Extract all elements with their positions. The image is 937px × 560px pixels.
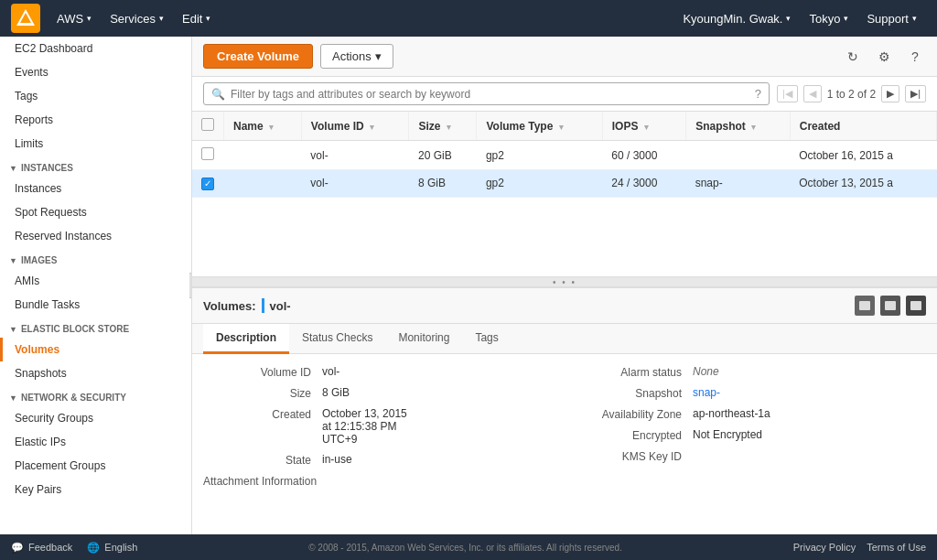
row2-snapshot: snap- [686, 170, 791, 198]
select-all-checkbox[interactable] [201, 118, 214, 131]
sidebar-item-events[interactable]: Events [0, 60, 191, 84]
sidebar-item-instances[interactable]: Instances [0, 177, 191, 200]
detail-alarm-row: Alarm status None [574, 365, 926, 379]
detail-view-2-button[interactable] [880, 296, 900, 316]
language-label: English [104, 542, 137, 553]
sidebar-item-spot-requests[interactable]: Spot Requests [0, 200, 191, 224]
sidebar-item-bundle-tasks[interactable]: Bundle Tasks [0, 293, 191, 317]
create-volume-button[interactable]: Create Volume [203, 44, 313, 69]
row2-size: 8 GiB [409, 170, 477, 198]
row2-iops: 24 / 3000 [602, 170, 685, 198]
row2-checkbox[interactable] [201, 178, 214, 190]
size-label: Size [203, 386, 322, 400]
footer: 💬 Feedback 🌐 English © 2008 - 2015, Amaz… [0, 534, 937, 560]
table-row[interactable]: vol- 20 GiB gp2 60 / 3000 October 16, 20… [192, 141, 937, 170]
col-name: Name ▾ [224, 112, 302, 141]
snapshot-value[interactable]: snap- [693, 386, 926, 399]
avail-zone-value: ap-northeast-1a [693, 407, 926, 420]
sidebar-item-elastic-ips[interactable]: Elastic IPs [0, 430, 191, 454]
sidebar-item-key-pairs[interactable]: Key Pairs [0, 478, 191, 501]
terms-of-use-link[interactable]: Terms of Use [867, 542, 926, 553]
top-navigation: AWS▾ Services▾ Edit▾ KyoungMin. Gwak.▾ T… [0, 0, 937, 37]
help-button[interactable]: ? [904, 46, 926, 68]
volume-id-value: vol- [322, 365, 555, 378]
row2-type: gp2 [477, 170, 602, 198]
toolbar: Create Volume Actions ▾ ↻ ⚙ ? [192, 37, 937, 77]
sidebar-section-images: ▼IMAGES [0, 248, 191, 269]
col-snapshot: Snapshot ▾ [686, 112, 791, 141]
volume-id-label: Volume ID [203, 365, 322, 379]
detail-encrypted-row: Encrypted Not Encrypted [574, 428, 926, 442]
sidebar-section-instances: ▼INSTANCES [0, 156, 191, 177]
detail-right-column: Alarm status None Snapshot snap- Availab… [574, 365, 926, 495]
feedback-button[interactable]: 💬 Feedback [11, 542, 72, 554]
region-menu[interactable]: Tokyo▾ [800, 0, 857, 37]
detail-view-3-button[interactable] [906, 296, 926, 316]
search-input-wrap[interactable]: 🔍 ? [203, 82, 770, 105]
attachment-label: Attachment Information [203, 474, 328, 488]
row1-checkbox[interactable] [201, 147, 214, 160]
sidebar: EC2 Dashboard Events Tags Reports Limits… [0, 37, 192, 534]
language-selector[interactable]: 🌐 English [87, 542, 137, 554]
search-input[interactable] [231, 88, 749, 101]
snapshot-label: Snapshot [574, 386, 693, 400]
sidebar-item-placement-groups[interactable]: Placement Groups [0, 454, 191, 478]
pagination-text: 1 to 2 of 2 [827, 88, 876, 101]
sidebar-item-snapshots[interactable]: Snapshots [0, 361, 191, 385]
row1-type: gp2 [477, 141, 602, 170]
sidebar-item-tags[interactable]: Tags [0, 84, 191, 108]
settings-button[interactable]: ⚙ [873, 46, 895, 68]
sidebar-item-limits[interactable]: Limits [0, 132, 191, 156]
col-iops: IOPS ▾ [602, 112, 685, 141]
tab-description[interactable]: Description [203, 324, 289, 354]
sidebar-item-security-groups[interactable]: Security Groups [0, 406, 191, 430]
tab-monitoring[interactable]: Monitoring [385, 324, 462, 354]
support-menu[interactable]: Support▾ [857, 0, 926, 37]
sidebar-item-ec2-dashboard[interactable]: EC2 Dashboard [0, 37, 191, 60]
col-created: Created [790, 112, 936, 141]
sidebar-item-reports[interactable]: Reports [0, 108, 191, 132]
detail-tabs: Description Status Checks Monitoring Tag… [192, 324, 937, 354]
state-label: State [203, 453, 322, 467]
language-icon: 🌐 [87, 542, 100, 554]
content-area: Create Volume Actions ▾ ↻ ⚙ ? 🔍 ? |◀ ◀ [192, 37, 937, 534]
row2-created: October 13, 2015 a [790, 170, 936, 198]
next-page-button[interactable]: ▶ [881, 85, 899, 102]
avail-zone-label: Availability Zone [574, 407, 693, 421]
actions-arrow-icon: ▾ [375, 49, 382, 63]
user-menu[interactable]: KyoungMin. Gwak.▾ [673, 0, 800, 37]
tab-status-checks[interactable]: Status Checks [289, 324, 385, 354]
last-page-button[interactable]: ▶| [905, 85, 926, 102]
row1-size: 20 GiB [409, 141, 477, 170]
aws-menu[interactable]: AWS▾ [48, 0, 101, 37]
sidebar-item-reserved-instances[interactable]: Reserved Instances [0, 224, 191, 248]
privacy-policy-link[interactable]: Privacy Policy [793, 542, 856, 553]
sidebar-collapse-button[interactable]: ‹ [189, 273, 192, 298]
detail-snapshot-row: Snapshot snap- [574, 386, 926, 400]
footer-left: 💬 Feedback 🌐 English [11, 542, 137, 554]
created-value: October 13, 2015 at 12:15:38 PM UTC+9 [322, 407, 555, 446]
table-row[interactable]: vol- 8 GiB gp2 24 / 3000 snap- October 1… [192, 170, 937, 198]
refresh-button[interactable]: ↻ [842, 46, 864, 68]
detail-view-icons [855, 296, 926, 316]
services-menu[interactable]: Services▾ [101, 0, 173, 37]
search-help-icon[interactable]: ? [755, 87, 761, 101]
row1-volume-id: vol- [301, 141, 409, 170]
prev-page-button[interactable]: ◀ [803, 85, 822, 102]
sidebar-item-volumes[interactable]: Volumes [0, 338, 191, 361]
col-volume-type: Volume Type ▾ [477, 112, 602, 141]
col-size: Size ▾ [409, 112, 477, 141]
search-bar: 🔍 ? |◀ ◀ 1 to 2 of 2 ▶ ▶| [192, 77, 937, 112]
kms-label: KMS Key ID [574, 449, 693, 463]
first-page-button[interactable]: |◀ [777, 85, 798, 102]
collapse-dots-icon: • • • [553, 277, 576, 287]
sidebar-item-amis[interactable]: AMIs [0, 269, 191, 293]
detail-view-1-button[interactable] [855, 296, 875, 316]
tab-tags[interactable]: Tags [462, 324, 511, 354]
edit-menu[interactable]: Edit▾ [173, 0, 220, 37]
collapse-handle[interactable]: • • • [192, 276, 937, 287]
actions-button[interactable]: Actions ▾ [320, 44, 393, 69]
encrypted-label: Encrypted [574, 428, 693, 442]
select-all-checkbox-header[interactable] [192, 112, 224, 141]
detail-content: Volume ID vol- Size 8 GiB Created Octobe… [192, 354, 937, 506]
